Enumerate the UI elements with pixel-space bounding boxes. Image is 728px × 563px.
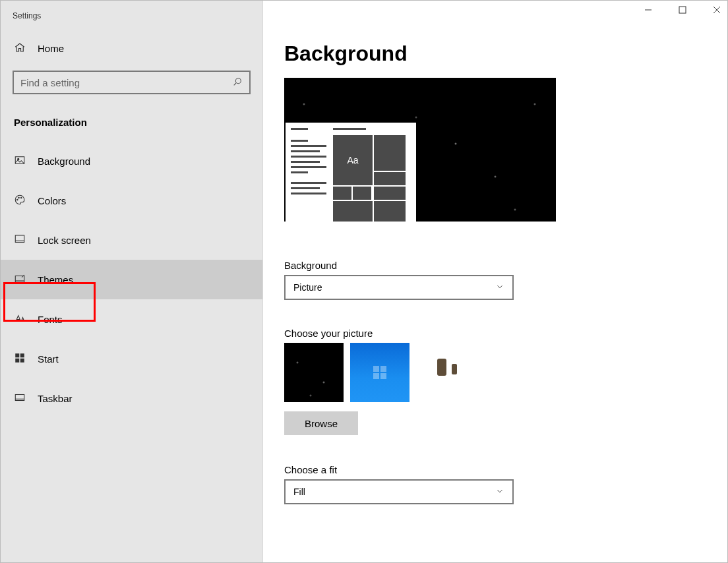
window-title: Settings <box>1 7 262 35</box>
svg-rect-11 <box>20 358 24 362</box>
sidebar-item-label: Background <box>38 156 90 167</box>
main-pane: Background <box>263 1 727 562</box>
svg-point-0 <box>235 78 241 83</box>
lock-screen-icon <box>14 233 26 247</box>
sidebar-item-label: Lock screen <box>38 235 91 246</box>
minimize-button[interactable] <box>640 2 656 18</box>
picture-thumb-4[interactable] <box>482 343 541 402</box>
preview-sample-window: Aa <box>286 123 416 222</box>
sidebar-item-fonts[interactable]: Fonts <box>1 299 262 339</box>
picture-icon <box>14 154 26 168</box>
close-button[interactable] <box>709 2 725 18</box>
sidebar-item-label: Taskbar <box>38 393 73 404</box>
svg-rect-8 <box>15 353 19 357</box>
svg-rect-7 <box>15 276 24 282</box>
picture-thumb-1[interactable] <box>284 343 344 402</box>
background-dropdown-label: Background <box>284 260 712 271</box>
sidebar-item-label: Start <box>38 353 59 365</box>
sidebar-item-taskbar[interactable]: Taskbar <box>1 378 262 418</box>
home-icon <box>14 42 26 55</box>
sidebar-item-start[interactable]: Start <box>1 339 262 378</box>
themes-icon <box>14 273 26 287</box>
sidebar-item-label: Colors <box>38 195 66 206</box>
maximize-button[interactable] <box>675 2 690 18</box>
search-input[interactable] <box>20 77 232 88</box>
palette-icon <box>14 194 26 208</box>
svg-rect-9 <box>20 353 24 357</box>
sidebar-item-themes[interactable]: Themes <box>1 260 262 299</box>
background-dropdown[interactable]: Picture <box>284 275 514 300</box>
page-heading: Background <box>284 42 712 66</box>
svg-point-3 <box>17 199 18 200</box>
picture-thumbnails <box>284 343 712 402</box>
svg-point-2 <box>18 158 19 160</box>
sidebar-item-lock-screen[interactable]: Lock screen <box>1 220 262 260</box>
background-preview: Aa <box>284 78 556 222</box>
search-icon <box>232 76 243 89</box>
choose-picture-label: Choose your picture <box>284 328 712 339</box>
fit-dropdown[interactable]: Fill <box>284 479 514 504</box>
start-icon <box>14 352 26 366</box>
sidebar-item-background[interactable]: Background <box>1 141 262 181</box>
fit-dropdown-value: Fill <box>293 487 305 497</box>
svg-point-4 <box>18 197 20 198</box>
svg-point-5 <box>21 197 22 198</box>
home-button[interactable]: Home <box>1 35 262 61</box>
chevron-down-icon <box>495 487 504 498</box>
browse-button[interactable]: Browse <box>284 411 358 435</box>
chevron-down-icon <box>495 282 504 293</box>
choose-fit-label: Choose a fit <box>284 464 712 475</box>
sidebar-item-label: Fonts <box>38 314 63 325</box>
search-input-wrap[interactable] <box>13 71 251 94</box>
sidebar-item-colors[interactable]: Colors <box>1 181 262 220</box>
section-title: Personalization <box>1 110 262 141</box>
picture-thumb-5[interactable] <box>548 343 607 402</box>
svg-rect-13 <box>679 7 686 13</box>
fonts-icon <box>14 312 26 326</box>
home-label: Home <box>38 43 64 54</box>
sidebar: Settings Home Personalization Background <box>1 1 263 562</box>
picture-thumb-3[interactable] <box>416 343 475 402</box>
preview-aa-text: Aa <box>333 135 373 185</box>
svg-rect-6 <box>15 235 24 243</box>
svg-rect-12 <box>15 394 24 400</box>
picture-thumb-2[interactable] <box>350 343 410 402</box>
svg-rect-10 <box>15 358 19 362</box>
sidebar-item-label: Themes <box>38 274 73 285</box>
taskbar-icon <box>14 392 26 405</box>
background-dropdown-value: Picture <box>293 282 322 293</box>
